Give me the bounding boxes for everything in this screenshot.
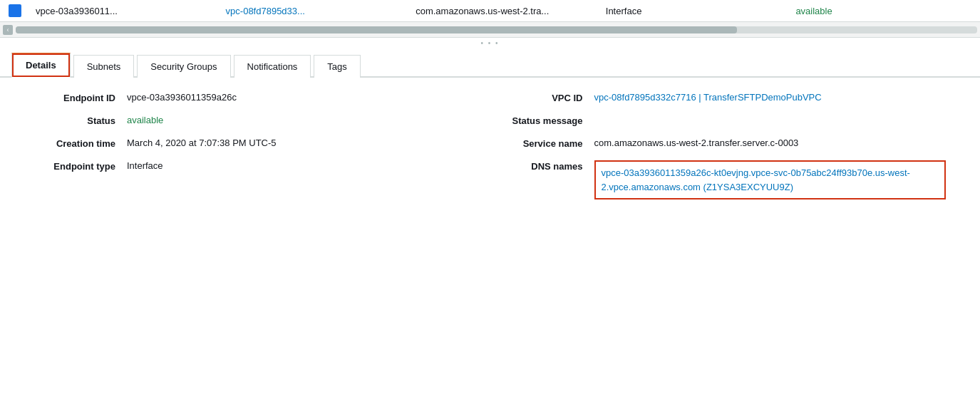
status-cell: available	[795, 6, 971, 16]
tab-notifications[interactable]: Notifications	[234, 55, 311, 78]
endpoint-id-label: Endpoint ID	[34, 92, 127, 103]
endpoint-id-cell: vpce-03a3936011...	[36, 6, 212, 16]
type-cell: Interface	[606, 6, 782, 16]
endpoint-id-row: Endpoint ID vpce-03a3936011359a26c	[34, 92, 479, 103]
endpoint-type-row: Endpoint type Interface	[34, 160, 479, 172]
tab-security-groups[interactable]: Security Groups	[137, 55, 230, 78]
service-name-row: Service name com.amazonaws.us-west-2.tra…	[502, 138, 947, 149]
scrollbar-thumb	[16, 26, 737, 33]
vpc-id-value[interactable]: vpc-08fd7895d332c7716 | TransferSFTPDemo…	[594, 92, 947, 103]
status-message-label: Status message	[502, 115, 594, 126]
creation-time-label: Creation time	[34, 138, 127, 149]
tab-subnets[interactable]: Subnets	[73, 55, 135, 78]
creation-time-row: Creation time March 4, 2020 at 7:07:38 P…	[34, 138, 479, 149]
table-row[interactable]: vpce-03a3936011... vpc-08fd7895d33... co…	[0, 0, 980, 22]
status-value: available	[127, 115, 479, 125]
endpoint-id-value: vpce-03a3936011359a26c	[127, 92, 479, 103]
dns-names-row: DNS names vpce-03a3936011359a26c-kt0evjn…	[502, 160, 947, 199]
row-checkbox[interactable]	[9, 4, 21, 17]
details-grid: Endpoint ID vpce-03a3936011359a26c Statu…	[23, 92, 957, 211]
service-name-cell: com.amazonaws.us-west-2.tra...	[416, 6, 592, 16]
dns-names-label: DNS names	[502, 160, 594, 172]
vpc-id-cell[interactable]: vpc-08fd7895d33...	[226, 6, 402, 16]
vpc-id-label: VPC ID	[502, 92, 594, 103]
endpoint-type-label: Endpoint type	[34, 160, 127, 172]
vpc-id-row: VPC ID vpc-08fd7895d332c7716 | TransferS…	[502, 92, 947, 103]
tab-details[interactable]: Details	[11, 53, 71, 78]
status-label: Status	[34, 115, 127, 126]
details-left-section: Endpoint ID vpce-03a3936011359a26c Statu…	[23, 92, 490, 211]
status-message-row: Status message	[502, 115, 947, 126]
tab-tags[interactable]: Tags	[314, 55, 360, 78]
scrollbar-track[interactable]	[16, 26, 977, 33]
status-row: Status available	[34, 115, 479, 126]
service-name-label: Service name	[502, 138, 594, 149]
details-panel: Endpoint ID vpce-03a3936011359a26c Statu…	[0, 78, 980, 225]
creation-time-value: March 4, 2020 at 7:07:38 PM UTC-5	[127, 138, 479, 148]
drag-handle[interactable]: • • •	[0, 38, 980, 48]
endpoint-type-value: Interface	[127, 160, 479, 171]
tabs-bar: Details Subnets Security Groups Notifica…	[0, 51, 980, 78]
dns-names-value: vpce-03a3936011359a26c-kt0evjng.vpce-svc…	[594, 160, 947, 199]
scroll-left-button[interactable]: ‹	[3, 25, 13, 35]
horizontal-scrollbar[interactable]: ‹	[0, 22, 980, 38]
service-name-value: com.amazonaws.us-west-2.transfer.server.…	[594, 138, 947, 148]
details-right-section: VPC ID vpc-08fd7895d332c7716 | TransferS…	[490, 92, 958, 211]
